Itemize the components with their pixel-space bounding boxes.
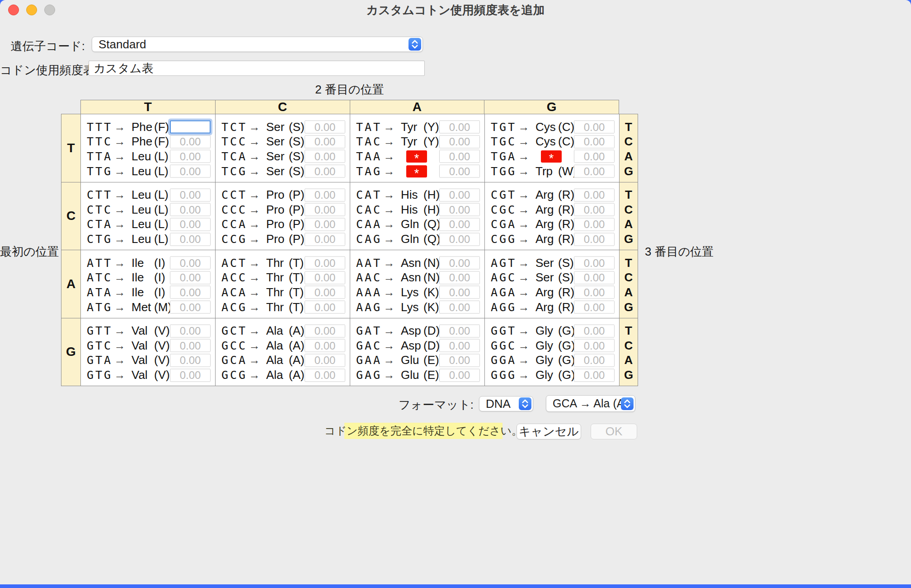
frequency-input-gca[interactable] (305, 354, 345, 367)
frequency-input-gtc[interactable] (170, 339, 211, 352)
third-position-letter-g: G (624, 164, 633, 179)
ok-button[interactable]: OK (591, 424, 637, 439)
amino-acid-label: Ser (266, 120, 289, 134)
frequency-input-agt[interactable] (574, 257, 615, 270)
frequency-input-atc[interactable] (170, 271, 211, 284)
frequency-input-ggt[interactable] (574, 324, 615, 337)
frequency-input-cat[interactable] (439, 188, 480, 201)
frequency-input-agg[interactable] (574, 301, 615, 314)
frequency-input-aag[interactable] (439, 301, 480, 314)
frequency-input-gct[interactable] (305, 324, 345, 337)
format-label: フォーマット: (382, 397, 474, 412)
frequency-input-tta[interactable] (170, 150, 211, 163)
row-header-c: C (61, 182, 81, 250)
minimize-button[interactable] (26, 5, 37, 15)
frequency-input-gcg[interactable] (305, 369, 345, 382)
frequency-input-tct[interactable] (305, 121, 345, 134)
frequency-input-acg[interactable] (305, 301, 345, 314)
frequency-input-cta[interactable] (170, 218, 211, 231)
frequency-input-aac[interactable] (439, 271, 480, 284)
arrow-icon: → (383, 150, 395, 163)
codon-label: CGA (491, 218, 518, 231)
frequency-input-gta[interactable] (170, 354, 211, 367)
codon-entry-ggt: GGT→Gly(G) (485, 324, 619, 339)
frequency-input-aga[interactable] (574, 286, 615, 299)
third-position-letter-t: T (625, 256, 632, 271)
codon-entry-cgt: CGT→Arg(R) (485, 188, 619, 203)
frequency-input-tac[interactable] (439, 135, 480, 148)
format-select[interactable]: DNA (479, 396, 533, 411)
frequency-input-aaa[interactable] (439, 286, 480, 299)
genetic-code-label: 遺伝子コード: (0, 38, 85, 54)
codon-entry-cat: CAT→His(H) (350, 188, 484, 203)
frequency-input-gaa[interactable] (439, 354, 480, 367)
codon-label: GGA (491, 354, 518, 367)
warning-message: コドン頻度を完全に特定してください。 (344, 423, 502, 439)
frequency-input-ctc[interactable] (170, 203, 211, 216)
frequency-input-ata[interactable] (170, 286, 211, 299)
codon-entry-gta: GTA→Val(V) (81, 353, 215, 368)
codon-entry-aca: ACA→Thr(T) (216, 285, 350, 300)
frequency-input-ctt[interactable] (170, 188, 211, 201)
frequency-input-atg[interactable] (170, 301, 211, 314)
frequency-input-ggg[interactable] (574, 369, 615, 382)
frequency-input-ttt[interactable] (170, 121, 211, 134)
frequency-input-ttg[interactable] (170, 165, 211, 178)
frequency-input-gag[interactable] (439, 369, 480, 382)
frequency-input-cct[interactable] (305, 188, 345, 201)
codon-cell-tc: TCT→Ser(S)TCC→Ser(S)TCA→Ser(S)TCG→Ser(S) (216, 114, 350, 182)
frequency-input-tca[interactable] (305, 150, 345, 163)
frequency-input-tgc[interactable] (574, 135, 615, 148)
frequency-input-tga[interactable] (574, 150, 615, 163)
frequency-input-aca[interactable] (305, 286, 345, 299)
cancel-button[interactable]: キャンセル (517, 424, 581, 439)
frequency-input-aat[interactable] (439, 257, 480, 270)
close-button[interactable] (8, 5, 19, 15)
frequency-input-gcc[interactable] (305, 339, 345, 352)
frequency-input-ttc[interactable] (170, 135, 211, 148)
frequency-input-ctg[interactable] (170, 233, 211, 246)
frequency-input-acc[interactable] (305, 271, 345, 284)
frequency-input-ggc[interactable] (574, 339, 615, 352)
frequency-input-tgt[interactable] (574, 121, 615, 134)
frequency-input-tag[interactable] (439, 165, 480, 178)
frequency-input-ccg[interactable] (305, 233, 345, 246)
codon-entry-cac: CAC→His(H) (350, 202, 484, 217)
frequency-input-gga[interactable] (574, 354, 615, 367)
frequency-input-att[interactable] (170, 257, 211, 270)
frequency-input-tat[interactable] (439, 121, 480, 134)
frequency-input-tgg[interactable] (574, 165, 615, 178)
amino-acid-abbr: (S) (558, 256, 574, 270)
frequency-input-cag[interactable] (439, 233, 480, 246)
frequency-input-gac[interactable] (439, 339, 480, 352)
frequency-input-agc[interactable] (574, 271, 615, 284)
amino-acid-label: Ala (266, 368, 289, 382)
frequency-input-tcg[interactable] (305, 165, 345, 178)
codon-entry-agt: AGT→Ser(S) (485, 256, 619, 271)
amino-acid-label: Ala (266, 353, 289, 367)
codon-label: ATA (87, 286, 114, 299)
frequency-input-gtt[interactable] (170, 324, 211, 337)
codon-entry-tct: TCT→Ser(S) (216, 120, 350, 135)
arrow-icon: → (114, 188, 126, 201)
frequency-input-taa[interactable] (439, 150, 480, 163)
frequency-input-cgc[interactable] (574, 203, 615, 216)
table-name-input[interactable] (89, 61, 425, 76)
frequency-input-cga[interactable] (574, 218, 615, 231)
genetic-code-select[interactable]: Standard (92, 37, 423, 52)
frequency-input-cac[interactable] (439, 203, 480, 216)
frequency-input-gat[interactable] (439, 324, 480, 337)
frequency-input-tcc[interactable] (305, 135, 345, 148)
codon-display-select[interactable]: GCA → Ala (A) (546, 395, 635, 412)
amino-acid-abbr: (V) (154, 368, 170, 382)
frequency-input-cgg[interactable] (574, 233, 615, 246)
frequency-input-ccc[interactable] (305, 203, 345, 216)
frequency-input-cgt[interactable] (574, 188, 615, 201)
codon-entry-agc: AGC→Ser(S) (485, 271, 619, 285)
frequency-input-gtg[interactable] (170, 369, 211, 382)
frequency-input-caa[interactable] (439, 218, 480, 231)
third-position-letter-t: T (625, 120, 632, 135)
codon-label: GGG (491, 369, 518, 382)
frequency-input-cca[interactable] (305, 218, 345, 231)
frequency-input-act[interactable] (305, 257, 345, 270)
